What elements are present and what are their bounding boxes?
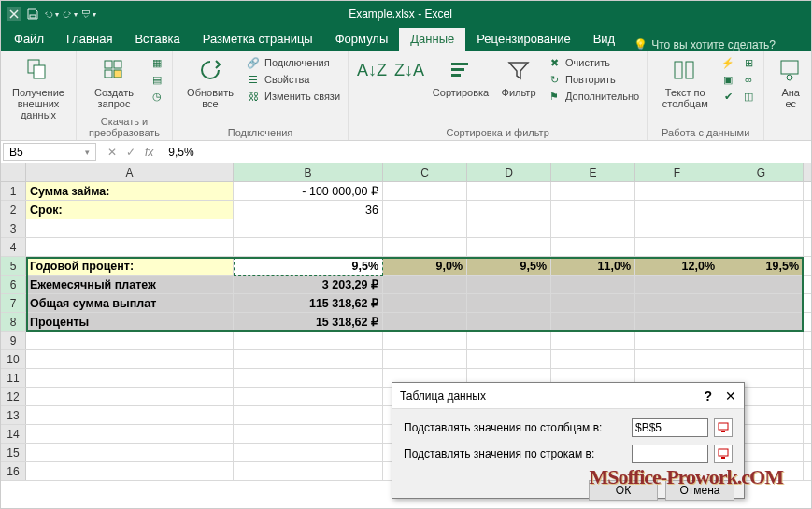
consolidate-button[interactable]: ⊞ (741, 55, 756, 70)
tab-review[interactable]: Рецензирование (465, 28, 581, 51)
remove-dups-button[interactable]: ▣ (720, 72, 735, 87)
recent-sources-button[interactable]: ◷ (150, 89, 164, 104)
row-header-10[interactable]: 10 (1, 350, 26, 368)
get-external-data-button[interactable]: Получение внешних данных (8, 55, 68, 120)
row-header-8[interactable]: 8 (1, 313, 26, 331)
cell-B8[interactable]: 15 318,62 ₽ (234, 313, 383, 331)
whatif-button[interactable]: Ана ес (772, 55, 809, 109)
cancel-button[interactable]: Отмена (665, 480, 734, 501)
cell-A8[interactable]: Проценты (26, 313, 234, 331)
select-all-corner[interactable] (1, 163, 26, 181)
reapply-button[interactable]: ↻Повторить (547, 72, 639, 87)
cell-C5[interactable]: 9,0% (383, 257, 467, 275)
row-header-14[interactable]: 14 (1, 425, 26, 443)
col-header-F[interactable]: F (635, 163, 719, 181)
cell-G5[interactable]: 19,5% (719, 257, 804, 275)
cell-E5[interactable]: 11,0% (551, 257, 635, 275)
cell-A1[interactable]: Сумма займа: (26, 182, 234, 200)
cell-A6[interactable]: Ежемесячный платеж (26, 276, 234, 293)
row-header-13[interactable]: 13 (1, 406, 26, 424)
validation-button[interactable]: ✔ (720, 89, 735, 104)
from-table-button[interactable]: ▤ (150, 72, 164, 87)
row-header-6[interactable]: 6 (1, 276, 26, 293)
col-input-field[interactable] (632, 418, 708, 437)
sort-asc-button[interactable]: A↓Z (356, 55, 388, 85)
new-query-button[interactable]: Создать запрос (84, 55, 144, 109)
relationships-button[interactable]: ∞ (741, 72, 756, 87)
cell-G1[interactable] (719, 182, 804, 200)
cell-B1[interactable]: - 100 000,00 ₽ (234, 182, 383, 200)
help-icon[interactable]: ? (704, 389, 712, 403)
row-header-5[interactable]: 5 (1, 257, 26, 275)
cell-F5[interactable]: 12,0% (635, 257, 719, 275)
col-header-A[interactable]: A (26, 163, 234, 181)
col-header-B[interactable]: B (234, 163, 383, 181)
cancel-icon[interactable]: ✕ (107, 146, 117, 159)
cell-C1[interactable] (383, 182, 467, 200)
row-header-16[interactable]: 16 (1, 462, 26, 480)
col-header-E[interactable]: E (551, 163, 635, 181)
tell-me[interactable]: 💡 Что вы хотите сделать? (634, 38, 776, 51)
properties-button[interactable]: ☰Свойства (246, 72, 340, 87)
fx-icon[interactable]: fx (145, 146, 153, 159)
tab-data[interactable]: Данные (399, 28, 465, 51)
cell-D1[interactable] (467, 182, 551, 200)
edit-links-button[interactable]: ⛓Изменить связи (246, 89, 340, 104)
cell-A2[interactable]: Срок: (26, 201, 234, 219)
tab-layout[interactable]: Разметка страницы (192, 28, 324, 51)
excel-icon (7, 7, 21, 21)
cell-B6[interactable]: 3 203,29 ₽ (234, 276, 383, 293)
cell-A5[interactable]: Годовой процент: (26, 257, 234, 275)
ok-button[interactable]: ОК (589, 480, 658, 501)
redo-icon[interactable] (63, 7, 78, 21)
text-to-columns-button[interactable]: Текст по столбцам (655, 55, 715, 109)
advanced-button[interactable]: ⚑Дополнительно (547, 89, 639, 104)
cell-B5[interactable]: 9,5% (234, 257, 383, 275)
row-header-4[interactable]: 4 (1, 238, 26, 256)
row-header-1[interactable]: 1 (1, 182, 26, 200)
row-header-11[interactable]: 11 (1, 369, 26, 387)
qat-more-icon[interactable] (81, 7, 96, 21)
rel-icon: ∞ (741, 72, 756, 87)
save-icon[interactable] (25, 7, 40, 21)
connections-button[interactable]: 🔗Подключения (246, 55, 340, 70)
col-header-D[interactable]: D (467, 163, 551, 181)
refresh-icon (195, 55, 225, 85)
row-header-12[interactable]: 12 (1, 388, 26, 405)
cell-D5[interactable]: 9,5% (467, 257, 551, 275)
cell-B2[interactable]: 36 (234, 201, 383, 219)
clear-button[interactable]: ✖Очистить (547, 55, 639, 70)
row-header-3[interactable]: 3 (1, 219, 26, 237)
close-icon[interactable]: ✕ (725, 389, 736, 403)
enter-icon[interactable]: ✓ (126, 146, 135, 159)
row-header-15[interactable]: 15 (1, 444, 26, 461)
filter-button[interactable]: Фильтр (496, 55, 541, 98)
sort-desc-button[interactable]: Z↓A (393, 55, 425, 85)
tab-view[interactable]: Вид (582, 28, 627, 51)
cell-E1[interactable] (551, 182, 635, 200)
col-refselect-button[interactable] (714, 418, 733, 437)
tab-home[interactable]: Главная (55, 28, 123, 51)
col-header-C[interactable]: C (383, 163, 467, 181)
ribbon-tabs: Файл Главная Вставка Разметка страницы Ф… (1, 27, 811, 51)
tab-formulas[interactable]: Формулы (324, 28, 400, 51)
refresh-all-button[interactable]: Обновить все (180, 55, 240, 109)
sort-button[interactable]: Сортировка (431, 55, 491, 98)
col-header-G[interactable]: G (719, 163, 804, 181)
row-refselect-button[interactable] (714, 445, 733, 463)
flash-fill-button[interactable]: ⚡ (720, 55, 735, 70)
show-queries-button[interactable]: ▦ (150, 55, 164, 70)
cell-F1[interactable] (635, 182, 719, 200)
cell-B7[interactable]: 115 318,62 ₽ (234, 294, 383, 312)
tab-insert[interactable]: Вставка (123, 28, 191, 51)
undo-icon[interactable] (44, 7, 59, 21)
manage-model-button[interactable]: ◫ (741, 89, 756, 104)
row-input-field[interactable] (632, 445, 708, 463)
formula-input[interactable]: 9,5% (163, 141, 811, 163)
tab-file[interactable]: Файл (3, 28, 55, 51)
cell-A7[interactable]: Общая сумма выплат (26, 294, 234, 312)
row-header-9[interactable]: 9 (1, 332, 26, 349)
row-header-2[interactable]: 2 (1, 201, 26, 219)
row-header-7[interactable]: 7 (1, 294, 26, 312)
name-box[interactable]: B5 (3, 143, 96, 161)
